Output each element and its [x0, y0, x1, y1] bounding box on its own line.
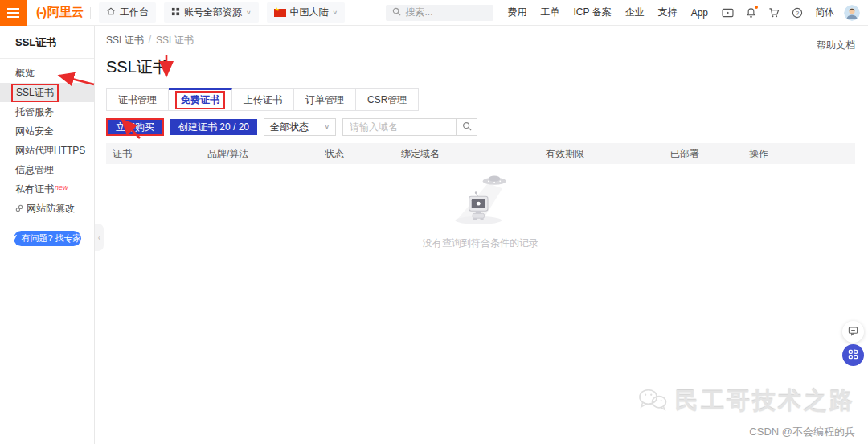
ask-expert-button[interactable]: 有问题? 找专家! — [14, 231, 81, 246]
empty-robot-illustration — [436, 169, 525, 230]
sidebar-item-ssl-cert[interactable]: SSL证书 — [0, 83, 94, 102]
create-cert-button[interactable]: 创建证书 20 / 20 — [170, 119, 257, 135]
col-brand-algo: 品牌/算法 — [207, 147, 325, 161]
breadcrumb-separator: / — [149, 34, 151, 47]
col-status: 状态 — [325, 147, 401, 161]
sidebar-item-site-security[interactable]: 网站安全 — [0, 121, 94, 141]
account-resources-label: 账号全部资源 — [184, 6, 242, 19]
chevron-down-icon: ∨ — [333, 10, 338, 16]
sidebar-item-hosting[interactable]: 托管服务 — [0, 102, 94, 121]
global-search-placeholder: 搜索... — [406, 6, 433, 19]
buy-now-button[interactable]: 立即购买 — [106, 118, 164, 136]
status-filter-value: 全部状态 — [270, 121, 309, 134]
breadcrumb-root[interactable]: SSL证书 — [106, 34, 144, 47]
annotation-box-sidebar: SSL证书 — [11, 84, 59, 102]
region-selector[interactable]: ★ 中国大陆 ∨ — [267, 2, 346, 23]
help-question-icon[interactable]: ? — [792, 7, 803, 18]
aliyun-console-page: (-) 阿里云 工作台 账号全部资源 ∨ ★ 中国大陆 ∨ 搜索.. — [0, 0, 868, 444]
search-icon — [462, 120, 472, 134]
toolbar: 立即购买 创建证书 20 / 20 全部状态 ∨ — [106, 118, 855, 136]
col-actions: 操作 — [749, 147, 855, 161]
account-resources-dropdown[interactable]: 账号全部资源 ∨ — [164, 2, 259, 23]
table-header-row: 证书 品牌/算法 状态 绑定域名 有效期限 已部署 操作 — [106, 143, 855, 164]
top-navigation-bar: (-) 阿里云 工作台 账号全部资源 ∨ ★ 中国大陆 ∨ 搜索.. — [0, 0, 868, 26]
sidebar-title: SSL证书 — [0, 26, 94, 59]
resources-grid-icon — [171, 7, 180, 18]
tab-order-management[interactable]: 订单管理 — [294, 88, 356, 111]
sidebar-item-overview[interactable]: 概览 — [0, 64, 94, 83]
global-search-box[interactable]: 搜索... — [386, 5, 493, 21]
apps-float-button[interactable] — [842, 344, 864, 366]
col-cert: 证书 — [113, 147, 207, 161]
empty-state-text: 没有查询到符合条件的记录 — [423, 236, 538, 250]
notification-dot — [755, 6, 758, 9]
page-title: SSL证书 — [106, 56, 855, 78]
china-flag-icon: ★ — [274, 9, 286, 17]
sidebar-collapse-handle[interactable]: ‹ — [95, 224, 104, 251]
user-avatar[interactable] — [844, 5, 860, 21]
domain-search-group — [342, 118, 477, 136]
logo-brand-text: 阿里云 — [47, 5, 84, 20]
content-shell: SSL证书 概览 SSL证书 托管服务 网站安全 网站代理HTTPS 信息管理 … — [0, 26, 868, 444]
col-validity: 有效期限 — [546, 147, 670, 161]
sidebar-item-https-proxy[interactable]: 网站代理HTTPS — [0, 141, 94, 160]
svg-text:?: ? — [796, 9, 799, 16]
nav-link-support[interactable]: 支持 — [658, 6, 678, 19]
aliyun-logo[interactable]: (-) 阿里云 — [36, 5, 84, 20]
collapse-chevron-icon: ‹ — [98, 233, 100, 242]
feedback-bubble-icon — [848, 325, 858, 339]
domain-search-button[interactable] — [456, 119, 477, 135]
nav-link-fee[interactable]: 费用 — [508, 6, 527, 19]
divider — [90, 7, 91, 18]
chevron-down-icon: ∨ — [324, 124, 330, 130]
tab-free-cert[interactable]: 免费证书 — [169, 88, 232, 111]
col-deployed: 已部署 — [670, 147, 749, 161]
console-screen-icon[interactable] — [722, 8, 734, 18]
new-badge: new — [55, 183, 68, 191]
breadcrumb: SSL证书 / SSL证书 — [106, 34, 855, 47]
sidebar-item-info-mgmt[interactable]: 信息管理 — [0, 160, 94, 179]
apps-grid-icon — [848, 348, 858, 363]
paper-plane-icon — [10, 234, 18, 244]
home-icon — [106, 6, 116, 18]
region-label: 中国大陆 — [290, 6, 329, 19]
workbench-button[interactable]: 工作台 — [99, 2, 156, 23]
sidebar-menu: 概览 SSL证书 托管服务 网站安全 网站代理HTTPS 信息管理 私有证书ne… — [0, 64, 94, 218]
domain-search-input[interactable] — [343, 119, 456, 135]
tab-csr-management[interactable]: CSR管理 — [356, 88, 419, 111]
chevron-down-icon: ∨ — [246, 10, 252, 16]
tab-bar: 证书管理 免费证书 上传证书 订单管理 CSR管理 — [106, 88, 855, 111]
nav-link-app[interactable]: App — [691, 7, 708, 18]
main-content: ‹ SSL证书 / SSL证书 帮助文档 SSL证书 证书管理 免费证书 上传证… — [95, 26, 868, 444]
workbench-label: 工作台 — [120, 6, 149, 19]
sidebar: SSL证书 概览 SSL证书 托管服务 网站安全 网站代理HTTPS 信息管理 … — [0, 26, 95, 444]
tab-upload-cert[interactable]: 上传证书 — [232, 88, 294, 111]
sidebar-item-anti-tamper[interactable]: 网站防篡改 — [0, 199, 94, 218]
tab-cert-management[interactable]: 证书管理 — [106, 88, 169, 111]
top-icon-group: ? 简体 — [722, 6, 834, 19]
top-nav-links: 费用 工单 ICP 备案 企业 支持 App — [508, 6, 708, 19]
annotation-box-tab: 免费证书 — [175, 91, 225, 109]
status-filter-select[interactable]: 全部状态 ∨ — [264, 118, 336, 136]
hamburger-menu-icon[interactable] — [0, 0, 27, 26]
language-switch[interactable]: 简体 — [815, 6, 834, 19]
empty-state: 没有查询到符合条件的记录 — [106, 169, 855, 250]
sidebar-item-private-cert[interactable]: 私有证书new — [0, 179, 94, 199]
col-bound-domain: 绑定域名 — [401, 147, 546, 161]
logo-bracket-mark: (-) — [36, 5, 46, 18]
nav-link-ticket[interactable]: 工单 — [541, 6, 560, 19]
notification-bell-icon[interactable] — [746, 7, 756, 18]
feedback-float-button[interactable] — [842, 321, 864, 343]
help-doc-link[interactable]: 帮助文档 — [817, 39, 855, 52]
external-link-icon — [15, 204, 23, 212]
search-icon — [392, 7, 401, 18]
breadcrumb-current: SSL证书 — [156, 34, 194, 47]
shopping-cart-icon[interactable] — [768, 7, 780, 18]
nav-link-icp[interactable]: ICP 备案 — [574, 6, 612, 19]
nav-link-enterprise[interactable]: 企业 — [625, 6, 645, 19]
